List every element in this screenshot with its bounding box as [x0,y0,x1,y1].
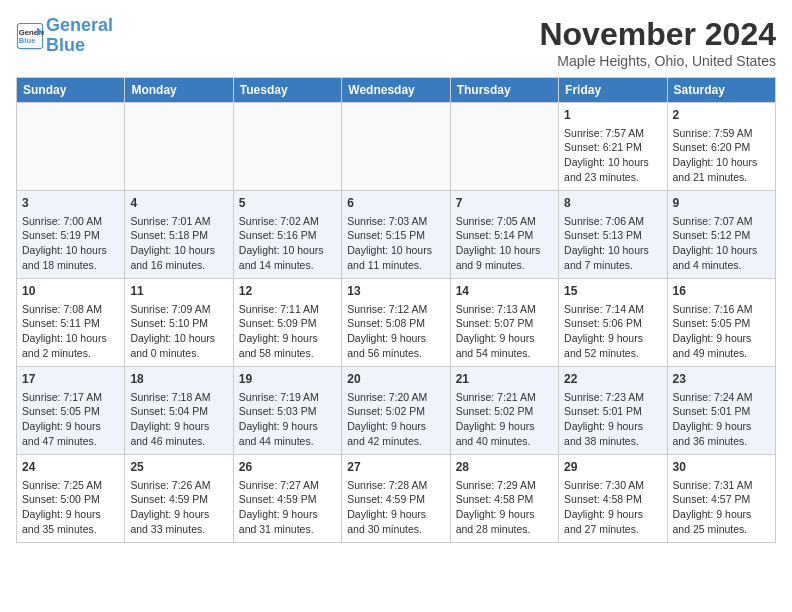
weekday-header-wednesday: Wednesday [342,78,450,103]
calendar-cell: 20Sunrise: 7:20 AMSunset: 5:02 PMDayligh… [342,367,450,455]
weekday-header-saturday: Saturday [667,78,775,103]
day-info: Daylight: 9 hours and 35 minutes. [22,507,119,536]
day-info: Sunset: 5:08 PM [347,316,444,331]
calendar-cell [233,103,341,191]
day-info: Sunset: 5:13 PM [564,228,661,243]
day-number: 26 [239,459,336,476]
day-info: Daylight: 10 hours and 9 minutes. [456,243,553,272]
day-number: 3 [22,195,119,212]
calendar-cell: 13Sunrise: 7:12 AMSunset: 5:08 PMDayligh… [342,279,450,367]
week-row-3: 10Sunrise: 7:08 AMSunset: 5:11 PMDayligh… [17,279,776,367]
day-info: Sunrise: 7:19 AM [239,390,336,405]
day-info: Sunset: 5:10 PM [130,316,227,331]
day-number: 5 [239,195,336,212]
calendar-cell: 8Sunrise: 7:06 AMSunset: 5:13 PMDaylight… [559,191,667,279]
logo: General Blue GeneralBlue [16,16,113,56]
day-info: Sunrise: 7:05 AM [456,214,553,229]
logo-icon: General Blue [16,22,44,50]
calendar-cell: 6Sunrise: 7:03 AMSunset: 5:15 PMDaylight… [342,191,450,279]
day-number: 2 [673,107,770,124]
calendar-cell: 26Sunrise: 7:27 AMSunset: 4:59 PMDayligh… [233,455,341,543]
day-info: Sunset: 4:59 PM [347,492,444,507]
day-number: 28 [456,459,553,476]
day-number: 30 [673,459,770,476]
day-info: Sunset: 5:18 PM [130,228,227,243]
day-info: Daylight: 9 hours and 42 minutes. [347,419,444,448]
calendar-cell: 10Sunrise: 7:08 AMSunset: 5:11 PMDayligh… [17,279,125,367]
page-header: General Blue GeneralBlue November 2024 M… [16,16,776,69]
day-info: Sunset: 5:09 PM [239,316,336,331]
day-info: Sunset: 4:57 PM [673,492,770,507]
calendar-cell: 21Sunrise: 7:21 AMSunset: 5:02 PMDayligh… [450,367,558,455]
day-info: Sunrise: 7:06 AM [564,214,661,229]
day-info: Daylight: 9 hours and 36 minutes. [673,419,770,448]
day-number: 29 [564,459,661,476]
day-info: Sunset: 5:02 PM [456,404,553,419]
day-info: Daylight: 10 hours and 16 minutes. [130,243,227,272]
title-area: November 2024 Maple Heights, Ohio, Unite… [539,16,776,69]
day-info: Sunrise: 7:12 AM [347,302,444,317]
day-info: Sunrise: 7:11 AM [239,302,336,317]
day-info: Sunset: 5:19 PM [22,228,119,243]
day-number: 12 [239,283,336,300]
day-info: Sunrise: 7:31 AM [673,478,770,493]
day-info: Daylight: 9 hours and 46 minutes. [130,419,227,448]
day-info: Daylight: 9 hours and 27 minutes. [564,507,661,536]
day-info: Sunset: 5:07 PM [456,316,553,331]
day-info: Daylight: 10 hours and 0 minutes. [130,331,227,360]
calendar-cell: 25Sunrise: 7:26 AMSunset: 4:59 PMDayligh… [125,455,233,543]
day-info: Daylight: 9 hours and 44 minutes. [239,419,336,448]
day-number: 20 [347,371,444,388]
day-info: Sunrise: 7:20 AM [347,390,444,405]
day-number: 9 [673,195,770,212]
day-number: 10 [22,283,119,300]
day-info: Sunrise: 7:57 AM [564,126,661,141]
day-info: Sunrise: 7:27 AM [239,478,336,493]
calendar-cell: 11Sunrise: 7:09 AMSunset: 5:10 PMDayligh… [125,279,233,367]
day-number: 25 [130,459,227,476]
day-info: Sunset: 4:58 PM [456,492,553,507]
day-info: Sunrise: 7:09 AM [130,302,227,317]
day-number: 18 [130,371,227,388]
day-info: Sunrise: 7:14 AM [564,302,661,317]
day-info: Sunset: 5:05 PM [673,316,770,331]
day-number: 23 [673,371,770,388]
day-info: Sunset: 5:02 PM [347,404,444,419]
day-info: Sunset: 4:59 PM [239,492,336,507]
weekday-header-thursday: Thursday [450,78,558,103]
day-info: Sunrise: 7:24 AM [673,390,770,405]
day-info: Sunset: 5:11 PM [22,316,119,331]
calendar-cell: 14Sunrise: 7:13 AMSunset: 5:07 PMDayligh… [450,279,558,367]
day-info: Sunset: 5:00 PM [22,492,119,507]
calendar-cell: 15Sunrise: 7:14 AMSunset: 5:06 PMDayligh… [559,279,667,367]
day-info: Sunset: 5:06 PM [564,316,661,331]
day-info: Sunrise: 7:25 AM [22,478,119,493]
calendar-cell: 19Sunrise: 7:19 AMSunset: 5:03 PMDayligh… [233,367,341,455]
day-number: 6 [347,195,444,212]
month-title: November 2024 [539,16,776,53]
day-number: 13 [347,283,444,300]
day-info: Daylight: 9 hours and 25 minutes. [673,507,770,536]
day-info: Sunrise: 7:07 AM [673,214,770,229]
day-number: 7 [456,195,553,212]
calendar-cell: 3Sunrise: 7:00 AMSunset: 5:19 PMDaylight… [17,191,125,279]
day-info: Sunset: 5:01 PM [564,404,661,419]
week-row-1: 1Sunrise: 7:57 AMSunset: 6:21 PMDaylight… [17,103,776,191]
day-info: Sunrise: 7:18 AM [130,390,227,405]
day-info: Sunset: 5:01 PM [673,404,770,419]
weekday-header-tuesday: Tuesday [233,78,341,103]
calendar-cell: 5Sunrise: 7:02 AMSunset: 5:16 PMDaylight… [233,191,341,279]
calendar-cell: 7Sunrise: 7:05 AMSunset: 5:14 PMDaylight… [450,191,558,279]
day-number: 27 [347,459,444,476]
day-info: Sunset: 4:59 PM [130,492,227,507]
calendar-cell: 16Sunrise: 7:16 AMSunset: 5:05 PMDayligh… [667,279,775,367]
day-number: 19 [239,371,336,388]
day-info: Daylight: 10 hours and 14 minutes. [239,243,336,272]
calendar-cell: 1Sunrise: 7:57 AMSunset: 6:21 PMDaylight… [559,103,667,191]
day-info: Daylight: 9 hours and 38 minutes. [564,419,661,448]
day-info: Sunset: 5:04 PM [130,404,227,419]
svg-text:Blue: Blue [19,36,36,45]
day-info: Daylight: 10 hours and 18 minutes. [22,243,119,272]
day-info: Sunrise: 7:00 AM [22,214,119,229]
day-info: Sunrise: 7:01 AM [130,214,227,229]
